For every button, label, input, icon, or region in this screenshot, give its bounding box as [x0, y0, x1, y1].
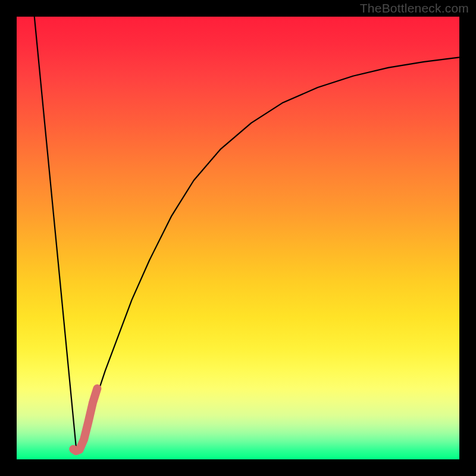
series-group: [35, 17, 459, 451]
watermark-text: TheBottleneck.com: [360, 1, 469, 15]
series-left-line: [35, 17, 77, 450]
plot-area: [17, 17, 459, 459]
series-pink-j-accent: [73, 389, 97, 451]
chart-svg: [17, 17, 459, 459]
series-right-curve: [76, 57, 459, 450]
